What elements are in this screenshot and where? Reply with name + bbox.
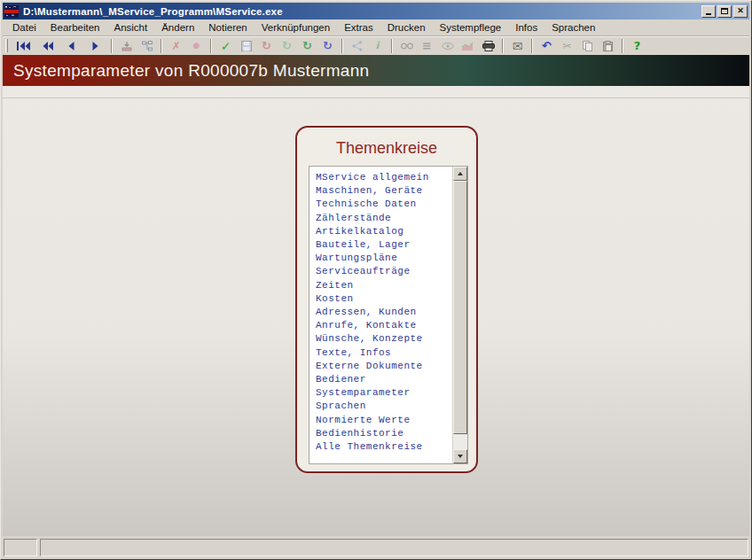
toolbar-separator [341,39,343,53]
tree-view-button[interactable] [137,38,157,54]
help-button[interactable]: ? [627,38,647,54]
refresh-lightgreen-button[interactable]: ↻ [277,38,297,54]
eye-icon [442,43,454,50]
menu-item[interactable]: Verknüpfungen [255,20,337,35]
print-button[interactable] [478,38,498,54]
menu-item[interactable]: Bearbeiten [43,20,107,35]
preview-button[interactable] [437,38,458,54]
title-bar[interactable]: D:\Mustermann\_MService_Programm\MServic… [3,3,749,19]
scroll-up-button[interactable] [453,167,467,181]
toolbar-separator [622,39,623,53]
mail-icon: ✉ [513,40,523,52]
scrollbar[interactable] [452,167,467,463]
list-item[interactable]: MService allgemein [316,171,452,184]
save-icon [241,41,252,51]
list-item[interactable]: Bedienhistorie [316,427,452,440]
list-item[interactable]: Texte, Infos [316,346,452,360]
next-icon [92,42,98,51]
list-view-button[interactable]: ≡ [417,38,437,54]
scroll-down-button[interactable] [453,449,467,463]
list-item[interactable]: Maschinen, Geräte [316,184,452,198]
delete-icon: ✗ [171,41,180,51]
copy-button[interactable] [577,38,598,54]
menu-item[interactable]: Sprachen [544,20,602,35]
import-icon [121,41,132,51]
toolbar-separator [161,39,162,53]
list-item[interactable]: Zählerstände [316,212,452,225]
list-item[interactable]: Serviceaufträge [316,265,452,278]
menu-item[interactable]: Notieren [201,20,254,35]
status-cell-left [4,539,37,556]
maximize-button[interactable] [717,5,732,18]
menu-item[interactable]: Datei [5,20,43,35]
list-item[interactable]: Kosten [316,292,452,306]
toolbar-grip[interactable] [5,39,8,52]
menu-item[interactable]: Extras [337,20,380,35]
menu-item[interactable]: Systempflege [433,20,509,35]
list-item[interactable]: Bauteile, Lager [316,238,452,252]
check-icon: ✓ [221,40,231,52]
cut-button[interactable]: ✂ [557,38,577,54]
undo-button[interactable]: ↶ [537,38,557,54]
list-item[interactable]: Zeiten [316,279,452,292]
rewind-icon [43,42,53,51]
mark-button[interactable]: ● [186,38,207,54]
toolbar-separator [531,39,533,53]
app-icon [4,5,19,18]
list-item[interactable]: Systemparameter [316,386,452,400]
confirm-button[interactable]: ✓ [215,38,236,54]
window-controls: ✕ [701,5,748,18]
paste-icon [603,41,613,51]
delete-button[interactable]: ✗ [166,38,186,54]
menu-item[interactable]: Ändern [154,20,201,35]
list-item[interactable]: Adressen, Kunden [316,306,452,319]
info-button[interactable]: i [367,38,388,54]
save-button[interactable] [236,38,256,54]
scrollbar-track[interactable] [453,181,467,449]
menu-bar: DateiBearbeitenAnsichtÄndernNotierenVerk… [3,19,749,36]
list-item[interactable]: Wünsche, Konzepte [316,332,452,346]
share-button[interactable] [347,38,367,54]
import-button[interactable] [116,38,137,54]
chart-button[interactable] [458,38,478,54]
list-item[interactable]: Wartungspläne [316,252,452,265]
status-bar [3,536,749,557]
info-icon: i [376,41,380,51]
mail-button[interactable]: ✉ [507,38,528,54]
scissors-icon: ✂ [562,41,571,51]
themenkreise-listbox: MService allgemeinMaschinen, GeräteTechn… [309,166,468,464]
nav-rewind-button[interactable] [35,38,59,54]
list-item[interactable]: Anrufe, Kontakte [316,319,452,332]
menu-item[interactable]: Infos [508,20,544,35]
previous-icon [68,42,74,51]
refresh-red-button[interactable]: ↻ [256,38,277,54]
close-button[interactable]: ✕ [733,5,748,18]
window-title: D:\Mustermann\_MService_Programm\MServic… [21,6,699,17]
menu-item[interactable]: Ansicht [106,20,154,35]
nav-previous-button[interactable] [59,38,83,54]
refresh-green-button[interactable]: ↻ [297,38,317,54]
minimize-button[interactable] [701,5,716,18]
list-item[interactable]: Sprachen [316,400,452,413]
nav-first-button[interactable] [12,38,35,54]
toolbar-separator [210,39,212,53]
list-item[interactable]: Normierte Werte [316,414,452,427]
nav-next-button[interactable] [83,38,107,54]
list-item[interactable]: Bediener [316,373,452,386]
paste-button[interactable] [598,38,618,54]
menu-item[interactable]: Drucken [380,20,433,35]
toolbar-separator [111,39,113,53]
refresh-blue-button[interactable]: ↻ [317,38,338,54]
status-cell-main [40,539,748,556]
arrow-up-icon [458,172,463,175]
list-item[interactable]: Externe Dokumente [316,360,452,373]
scrollbar-thumb[interactable] [453,181,467,434]
search-button[interactable] [396,38,417,54]
list-item[interactable]: Alle Themenkreise [316,440,452,454]
list-item[interactable]: Artikelkatalog [316,225,452,238]
list-item[interactable]: Technische Daten [316,198,452,211]
arrow-down-icon [458,455,463,458]
undo-icon: ↶ [542,40,552,51]
help-icon: ? [634,40,641,51]
toolbar: ✗ ● ✓ ↻ ↻ ↻ ↻ i ≡ ✉ ↶ ✂ [3,36,749,55]
